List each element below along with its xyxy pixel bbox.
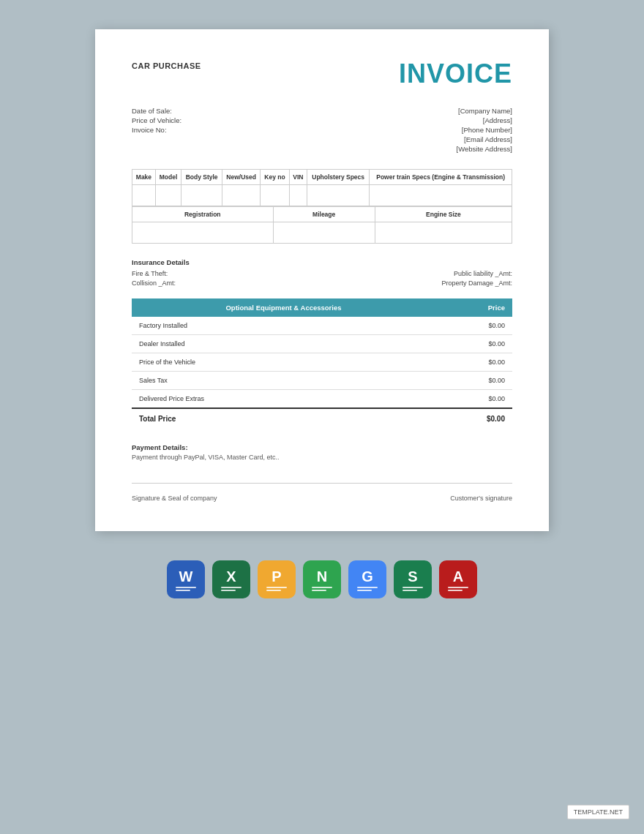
word-letter: W (179, 568, 193, 585)
mileage-cell (273, 222, 375, 244)
pdf-icon-lines (448, 587, 468, 591)
sheets-icon-lines (402, 587, 423, 591)
docs-icon-inner: G (357, 568, 378, 591)
equip-row-3: Sales Tax$0.00 (132, 372, 512, 390)
equip-row-2: Price of the Vehicle$0.00 (132, 353, 512, 372)
numbers-icon-lines (312, 587, 332, 591)
body-style-cell (181, 185, 222, 206)
insurance-title: Insurance Details (132, 258, 512, 266)
google-docs-icon[interactable]: G (348, 560, 386, 598)
fire-theft-label: Fire & Theft: (132, 270, 168, 277)
payment-text: Payment through PayPal, VISA, Master Car… (132, 454, 512, 461)
invoice-document: CAR PURCHASE INVOICE Date of Sale: Price… (95, 29, 549, 531)
key-no-cell (261, 185, 289, 206)
col-make: Make (132, 170, 156, 185)
excel-icon[interactable]: X (212, 560, 250, 598)
col-mileage: Mileage (273, 207, 375, 222)
document-header: CAR PURCHASE INVOICE (132, 59, 512, 89)
reg-row (132, 222, 512, 244)
phone-number: [Phone Number] (457, 126, 512, 134)
word-icon-lines (176, 587, 196, 591)
vehicle-table: Make Model Body Style New/Used Key no VI… (132, 169, 512, 206)
equip-label-1: Dealer Installed (132, 335, 435, 353)
col-new-used: New/Used (222, 170, 261, 185)
pages-icon[interactable]: P (258, 560, 296, 598)
pdf-line-1 (448, 587, 468, 588)
sheets-icon-inner: S (402, 568, 423, 591)
sheets-line-1 (402, 587, 423, 588)
model-cell (155, 185, 181, 206)
numbers-icon[interactable]: N (303, 560, 341, 598)
invoice-label-container: INVOICE (399, 59, 512, 89)
docs-line-1 (357, 587, 378, 588)
equip-price-0: $0.00 (435, 317, 512, 335)
template-badge: TEMPLATE.NET (567, 805, 629, 819)
upholstery-cell (307, 185, 370, 206)
invoice-no-label: Invoice No: (132, 126, 181, 134)
pages-icon-lines (266, 587, 287, 591)
col-body-style: Body Style (181, 170, 222, 185)
total-value: $0.00 (435, 408, 512, 429)
property-damage-label: Property Damage _Amt: (441, 279, 512, 287)
sheets-letter: S (408, 568, 417, 585)
col-upholstery: Upholstery Specs (307, 170, 370, 185)
address: [Address] (457, 116, 512, 124)
word-line-1 (176, 587, 196, 588)
pages-letter: P (272, 568, 281, 585)
excel-line-2 (221, 590, 236, 591)
registration-cell (132, 222, 274, 244)
col-key-no: Key no (261, 170, 289, 185)
google-sheets-icon[interactable]: S (394, 560, 432, 598)
word-line-2 (176, 590, 190, 591)
payment-section: Payment Details: Payment through PayPal,… (132, 443, 512, 461)
docs-line-2 (357, 590, 372, 591)
car-purchase-title: CAR PURCHASE (132, 61, 201, 70)
word-icon-inner: W (176, 568, 196, 591)
app-icons-bar: W X P (167, 560, 477, 598)
insurance-section: Insurance Details Fire & Theft: Public l… (132, 258, 512, 287)
equip-label-4: Delivered Price Extras (132, 390, 435, 409)
insurance-row-2: Collision _Amt: Property Damage _Amt: (132, 279, 512, 287)
sheets-line-2 (402, 590, 417, 591)
total-label: Total Price (132, 408, 435, 429)
equip-header-item: Optional Equipment & Accessories (132, 298, 435, 317)
engine-size-cell (375, 222, 512, 244)
date-of-sale-label: Date of Sale: (132, 107, 181, 115)
col-vin: VIN (289, 170, 307, 185)
col-registration: Registration (132, 207, 274, 222)
pdf-icon[interactable]: A (439, 560, 477, 598)
equip-label-0: Factory Installed (132, 317, 435, 335)
website-address: [Website Address] (457, 145, 512, 153)
price-of-vehicle-label: Price of Vehicle: (132, 116, 181, 124)
equipment-table: Optional Equipment & Accessories Price F… (132, 298, 512, 429)
equip-price-4: $0.00 (435, 390, 512, 409)
total-row: Total Price $0.00 (132, 408, 512, 429)
excel-icon-inner: X (221, 568, 242, 591)
pdf-line-2 (448, 590, 463, 591)
word-icon[interactable]: W (167, 560, 205, 598)
docs-icon-lines (357, 587, 378, 591)
numbers-line-1 (312, 587, 332, 588)
col-powertrain: Power train Specs (Engine & Transmission… (370, 170, 512, 185)
equip-row-0: Factory Installed$0.00 (132, 317, 512, 335)
pages-line-1 (266, 587, 287, 588)
signature-section: Signature & Seal of company Customer's s… (132, 483, 512, 502)
docs-letter: G (362, 568, 373, 585)
numbers-line-2 (312, 590, 326, 591)
pages-line-2 (266, 590, 281, 591)
public-liability-label: Public liability _Amt: (454, 270, 512, 277)
equip-row-4: Delivered Price Extras$0.00 (132, 390, 512, 409)
excel-letter: X (226, 568, 236, 585)
new-used-cell (222, 185, 261, 206)
info-left: Date of Sale: Price of Vehicle: Invoice … (132, 107, 181, 154)
vin-cell (289, 185, 307, 206)
vehicle-row (132, 185, 512, 206)
equip-row-1: Dealer Installed$0.00 (132, 335, 512, 353)
numbers-icon-inner: N (312, 568, 332, 591)
payment-title: Payment Details: (132, 443, 512, 451)
equip-label-3: Sales Tax (132, 372, 435, 390)
equip-price-3: $0.00 (435, 372, 512, 390)
collision-label: Collision _Amt: (132, 279, 176, 287)
company-name: [Company Name] (457, 107, 512, 115)
numbers-letter: N (317, 568, 327, 585)
